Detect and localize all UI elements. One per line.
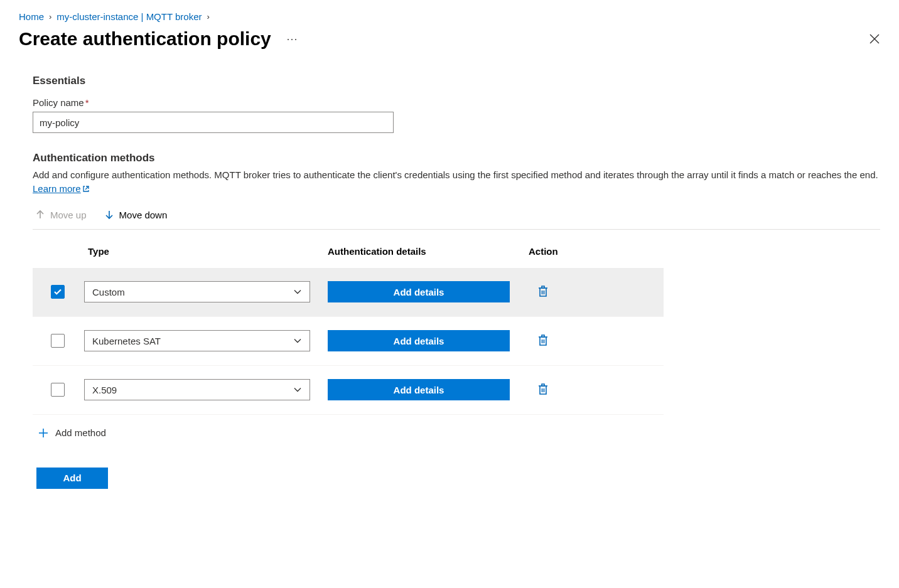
type-select[interactable]: Kubernetes SAT: [84, 330, 310, 351]
add-details-button[interactable]: Add details: [328, 379, 510, 400]
row-checkbox[interactable]: [51, 383, 65, 397]
row-checkbox[interactable]: [51, 334, 65, 348]
type-select[interactable]: Custom: [84, 281, 310, 302]
plus-icon: [38, 427, 49, 439]
arrow-up-icon: [35, 210, 45, 220]
table-row: X.509 Add details: [33, 366, 664, 415]
chevron-down-icon: [293, 385, 302, 394]
learn-more-link[interactable]: Learn more: [33, 183, 90, 194]
auth-methods-heading: Authentication methods: [33, 152, 880, 164]
auth-methods-table: Type Authentication details Action Custo…: [33, 230, 664, 415]
breadcrumb-home[interactable]: Home: [19, 11, 44, 22]
breadcrumb-cluster[interactable]: my-cluster-instance | MQTT broker: [57, 11, 202, 22]
add-details-button[interactable]: Add details: [328, 330, 510, 351]
move-down-button[interactable]: Move down: [104, 210, 168, 220]
col-header-details: Authentication details: [328, 246, 529, 257]
col-header-action: Action: [529, 246, 664, 257]
auth-methods-description: Add and configure authentication methods…: [33, 168, 880, 196]
external-link-icon: [82, 185, 90, 193]
breadcrumb-sep: ›: [207, 12, 210, 21]
close-icon[interactable]: [869, 33, 880, 45]
table-row: Kubernetes SAT Add details: [33, 317, 664, 366]
move-up-button[interactable]: Move up: [35, 210, 87, 220]
essentials-heading: Essentials: [33, 75, 880, 87]
add-method-button[interactable]: Add method: [33, 415, 106, 439]
policy-name-label: Policy name*: [33, 97, 880, 108]
add-button[interactable]: Add: [36, 468, 108, 489]
breadcrumb-sep: ›: [49, 12, 51, 21]
row-checkbox[interactable]: [51, 285, 65, 299]
col-header-type: Type: [83, 246, 328, 257]
more-actions-icon[interactable]: ⋯: [284, 29, 301, 48]
chevron-down-icon: [293, 336, 302, 345]
breadcrumb: Home › my-cluster-instance | MQTT broker…: [19, 11, 880, 22]
chevron-down-icon: [293, 287, 302, 296]
add-details-button[interactable]: Add details: [328, 281, 510, 302]
arrow-down-icon: [104, 210, 114, 220]
policy-name-input[interactable]: [33, 112, 394, 133]
type-select[interactable]: X.509: [84, 379, 310, 400]
page-title: Create authentication policy: [19, 28, 271, 50]
table-row: Custom Add details: [33, 268, 664, 317]
delete-icon[interactable]: [536, 284, 550, 298]
check-icon: [53, 287, 62, 296]
delete-icon[interactable]: [536, 333, 550, 347]
delete-icon[interactable]: [536, 382, 550, 396]
